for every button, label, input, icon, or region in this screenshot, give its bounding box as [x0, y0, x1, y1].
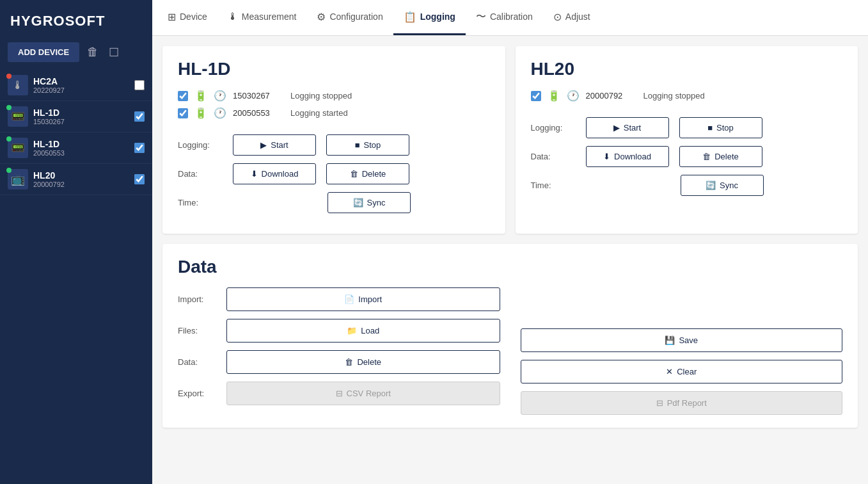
- import-button[interactable]: 📄 Import: [226, 287, 500, 311]
- delete-button-hl20[interactable]: 🗑 Delete: [679, 146, 762, 167]
- configuration-icon: ⚙: [317, 11, 326, 23]
- hl20-status: Logging stopped: [643, 91, 705, 101]
- main-panel: ⊞ Device 🌡 Measurement ⚙ Configuration 📋…: [152, 0, 868, 484]
- hl20-serial: 20000792: [586, 91, 637, 101]
- csv-icon: ⊟: [336, 389, 343, 398]
- hl20-clock-icon: 🕐: [567, 90, 580, 102]
- hl20-logging-row: Logging: ▶ Start ■ Stop: [531, 117, 843, 138]
- device-name: HL-1D: [33, 108, 129, 118]
- adjust-icon: ⊙: [553, 11, 562, 23]
- checkbox-icon-button[interactable]: ☐: [106, 43, 122, 62]
- data-row: Data: 🗑 Delete: [178, 350, 500, 374]
- download-button-hl20[interactable]: ⬇ Download: [586, 146, 669, 167]
- sidebar-actions: ADD DEVICE 🗑 ☐: [0, 42, 152, 70]
- device-serial: 15030267: [33, 118, 129, 125]
- tab-configuration[interactable]: ⚙ Configuration: [306, 0, 393, 35]
- tab-adjust[interactable]: ⊙ Adjust: [543, 0, 601, 35]
- tab-logging[interactable]: 📋 Logging: [393, 0, 466, 35]
- device-serial: 20000792: [33, 181, 129, 188]
- content-area: HL-1D 🔋 🕐 15030267 Logging stopped 🔋 🕐 2…: [152, 36, 868, 484]
- download-button-hl1d[interactable]: ⬇ Download: [233, 163, 316, 184]
- save-icon: 💾: [665, 335, 675, 345]
- data-action-row: Data: ⬇ Download 🗑 Delete: [178, 163, 490, 184]
- delete-icon-button[interactable]: 🗑: [84, 43, 101, 61]
- pdf-row: ⊟ Pdf Report: [521, 391, 843, 415]
- delete-button-hl1d[interactable]: 🗑 Delete: [326, 163, 409, 184]
- sync-button-hl20[interactable]: 🔄 Sync: [681, 175, 764, 196]
- status-text-2: Logging started: [290, 108, 348, 118]
- delete-icon: 🗑: [350, 169, 358, 179]
- device-list: 🌡 HC2A 20220927 📟 HL-1D 15030267: [0, 70, 152, 195]
- row-checkbox-1[interactable]: [178, 91, 188, 101]
- hl20-logging-label: Logging:: [531, 123, 576, 133]
- device-name: HL-1D: [33, 139, 129, 149]
- hl20-battery-icon: 🔋: [548, 90, 560, 102]
- save-row: 💾 Save: [521, 328, 843, 352]
- tab-calibration[interactable]: 〜 Calibration: [466, 0, 543, 35]
- clear-row: ✕ Clear: [521, 360, 843, 383]
- device-checkbox-hc2a[interactable]: [134, 80, 145, 90]
- device-thumb-hl20: 📺: [8, 169, 28, 190]
- device-serial: 20220927: [33, 86, 129, 94]
- save-button[interactable]: 💾 Save: [521, 328, 843, 352]
- calibration-icon: 〜: [476, 10, 486, 24]
- files-row: Files: 📁 Load: [178, 319, 500, 343]
- data-delete-icon: 🗑: [345, 357, 353, 367]
- device-checkbox-hl1d-2[interactable]: [134, 143, 145, 153]
- play-icon: ▶: [260, 140, 267, 150]
- sidebar: HYGROSOFT ADD DEVICE 🗑 ☐ 🌡 HC2A 20220927…: [0, 0, 152, 484]
- device-checkbox-hl20[interactable]: [134, 174, 145, 184]
- data-col-left: Import: 📄 Import Files: 📁 Load: [178, 287, 500, 415]
- sidebar-item-hc2a[interactable]: 🌡 HC2A 20220927: [0, 70, 152, 101]
- sidebar-item-hl1d-1[interactable]: 📟 HL-1D 15030267: [0, 101, 152, 133]
- device-row-2: 🔋 🕐 20050553 Logging started: [178, 107, 490, 119]
- battery-icon: 🔋: [194, 90, 207, 102]
- device-info-hl1d-1: HL-1D 15030267: [33, 108, 129, 125]
- status-text-1: Logging stopped: [290, 91, 352, 101]
- device-cards-row: HL-1D 🔋 🕐 15030267 Logging stopped 🔋 🕐 2…: [162, 46, 858, 234]
- clock-icon-green: 🕐: [214, 107, 226, 119]
- device-row-1: 🔋 🕐 15030267 Logging stopped: [178, 90, 490, 102]
- sidebar-item-hl1d-2[interactable]: 📟 HL-1D 20050553: [0, 133, 152, 164]
- start-button-hl20[interactable]: ▶ Start: [586, 117, 669, 138]
- hl20-time-row: Time: 🔄 Sync: [531, 175, 843, 196]
- data-col-right: 💾 Save ✕ Clear ⊟: [521, 287, 843, 415]
- stop-button-hl1d[interactable]: ■ Stop: [326, 134, 409, 156]
- device-serial: 20050553: [33, 149, 129, 157]
- measurement-icon: 🌡: [228, 11, 238, 22]
- hl20-time-label: Time:: [531, 181, 576, 190]
- row-checkbox-2[interactable]: [178, 108, 188, 118]
- device-card-hl1d: HL-1D 🔋 🕐 15030267 Logging stopped 🔋 🕐 2…: [162, 46, 505, 234]
- stop-icon-hl20: ■: [707, 123, 713, 133]
- device-icon: ⊞: [168, 11, 176, 23]
- device-card-title-hl20: HL20: [531, 59, 843, 79]
- clear-icon: ✕: [666, 367, 673, 376]
- data-delete-button[interactable]: 🗑 Delete: [226, 350, 500, 374]
- load-icon: 📁: [347, 326, 357, 335]
- device-thumb-hc2a: 🌡: [8, 75, 28, 95]
- data-label: Data:: [178, 357, 216, 367]
- clear-button[interactable]: ✕ Clear: [521, 360, 843, 383]
- battery-icon-2: 🔋: [194, 107, 207, 119]
- delete-icon-hl20: 🗑: [702, 152, 711, 161]
- hl20-data-label: Data:: [531, 152, 576, 161]
- hl20-row-checkbox[interactable]: [531, 91, 541, 101]
- hl20-data-row: Data: ⬇ Download 🗑 Delete: [531, 146, 843, 167]
- sync-icon-hl20: 🔄: [706, 181, 716, 190]
- device-info-hc2a: HC2A 20220927: [33, 76, 129, 94]
- device-checkbox-hl1d-1[interactable]: [134, 111, 145, 122]
- status-dot-green: [6, 105, 12, 110]
- tab-measurement[interactable]: 🌡 Measurement: [217, 0, 307, 35]
- start-button-hl1d[interactable]: ▶ Start: [233, 134, 316, 156]
- add-device-button[interactable]: ADD DEVICE: [8, 42, 79, 62]
- load-button[interactable]: 📁 Load: [226, 319, 500, 343]
- sync-button-hl1d[interactable]: 🔄 Sync: [327, 192, 411, 213]
- sidebar-item-hl20[interactable]: 📺 HL20 20000792: [0, 164, 152, 195]
- stop-button-hl20[interactable]: ■ Stop: [679, 117, 762, 138]
- export-label: Export:: [178, 389, 216, 398]
- hl20-device-row: 🔋 🕐 20000792 Logging stopped: [531, 90, 843, 102]
- sync-icon: 🔄: [353, 198, 363, 207]
- tab-device[interactable]: ⊞ Device: [157, 0, 217, 35]
- pdf-report-button: ⊟ Pdf Report: [521, 391, 843, 415]
- data-section-title: Data: [178, 257, 842, 277]
